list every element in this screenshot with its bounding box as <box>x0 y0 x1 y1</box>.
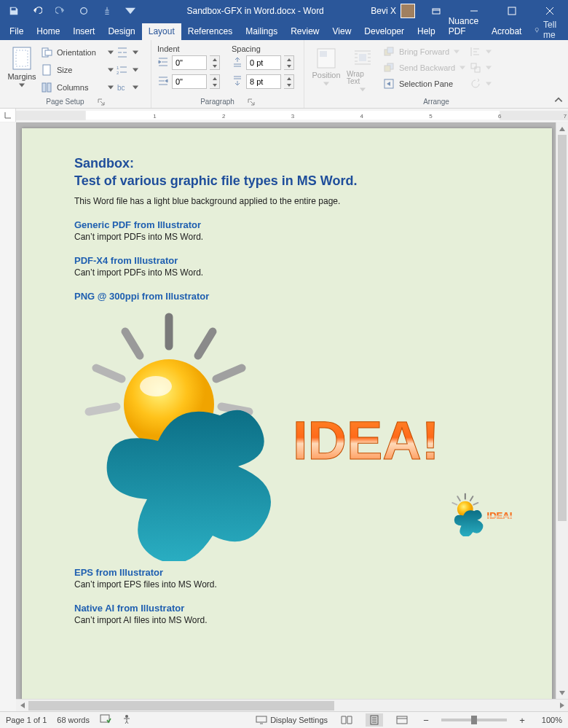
svg-rect-21 <box>384 66 390 71</box>
circle-icon[interactable] <box>74 2 93 20</box>
bring-forward-button: Bring Forward <box>383 44 465 59</box>
read-mode-button[interactable] <box>338 713 355 727</box>
space-after-input[interactable] <box>246 74 281 89</box>
send-backward-icon <box>383 62 395 74</box>
png-illustration[interactable]: IDEA! IDEA! <box>74 306 500 554</box>
web-layout-button[interactable] <box>393 713 411 727</box>
chevron-down-icon <box>19 82 25 88</box>
tab-selector[interactable] <box>0 109 16 122</box>
chevron-down-icon <box>486 65 492 71</box>
idea-text: IDEA! <box>293 410 439 471</box>
indent-left-input[interactable] <box>172 55 207 70</box>
document-title: Sandbox-GFX in Word.docx - Word <box>140 6 371 16</box>
bulb-icon <box>534 25 540 35</box>
user-avatar[interactable] <box>401 4 415 18</box>
position-label: Position <box>312 71 340 79</box>
position-button: Position <box>310 44 342 93</box>
user-name[interactable]: Bevi X <box>371 6 396 16</box>
tab-help[interactable]: Help <box>411 23 442 40</box>
spellcheck-icon[interactable] <box>100 714 111 726</box>
svg-text:2: 2 <box>222 113 226 120</box>
idea-graphic-large: IDEA! <box>74 306 489 561</box>
space-after-field[interactable] <box>232 74 294 90</box>
tab-view[interactable]: View <box>326 23 358 40</box>
tab-review[interactable]: Review <box>284 23 326 40</box>
spin-arrows[interactable] <box>284 55 294 70</box>
svg-text:4: 4 <box>360 113 364 120</box>
scroll-thumb[interactable] <box>558 135 567 521</box>
line-numbers-icon: 12 <box>117 64 128 76</box>
redo-icon[interactable] <box>51 2 70 20</box>
space-before-icon <box>232 56 243 70</box>
spin-arrows[interactable] <box>284 74 294 89</box>
margins-button[interactable]: Margins <box>6 43 38 95</box>
scroll-thumb[interactable] <box>28 701 334 711</box>
scroll-right-icon[interactable] <box>556 700 568 712</box>
paragraph-group-label: Paragraph <box>200 98 234 106</box>
display-settings-button[interactable]: Display Settings <box>256 716 328 724</box>
doc-title-1: Sandbox: <box>74 154 500 172</box>
dialog-launcher-icon[interactable] <box>98 98 105 106</box>
status-words[interactable]: 68 words <box>57 716 90 724</box>
align-icon <box>470 46 481 58</box>
qat-customize-icon[interactable] <box>121 2 140 20</box>
close-button[interactable] <box>533 0 567 22</box>
monitor-icon <box>256 716 267 724</box>
zoom-slider[interactable] <box>441 719 507 721</box>
tab-mailings[interactable]: Mailings <box>239 23 284 40</box>
selection-pane-label: Selection Pane <box>399 79 453 88</box>
document-viewport[interactable]: Sandbox: Test of various graphic file ty… <box>16 122 568 711</box>
space-before-input[interactable] <box>246 55 281 70</box>
spin-arrows[interactable] <box>210 74 220 89</box>
zoom-in-button[interactable]: + <box>517 715 527 726</box>
tab-references[interactable]: References <box>181 23 239 40</box>
save-icon[interactable] <box>4 2 23 20</box>
line-numbers-button[interactable]: 12 <box>117 62 138 78</box>
maximize-button[interactable] <box>495 0 529 22</box>
collapse-ribbon-icon[interactable] <box>553 95 564 105</box>
horizontal-ruler[interactable]: 123 4567 <box>0 109 568 122</box>
tab-acrobat[interactable]: Acrobat <box>485 23 528 40</box>
tab-layout[interactable]: Layout <box>142 23 181 40</box>
space-before-field[interactable] <box>232 55 294 71</box>
tab-nuance[interactable]: Nuance PDF <box>442 13 485 40</box>
columns-button[interactable]: Columns <box>41 79 114 95</box>
indent-left-field[interactable] <box>157 55 220 71</box>
status-page[interactable]: Page 1 of 1 <box>6 716 47 724</box>
selection-pane-button[interactable]: Selection Pane <box>383 77 465 91</box>
scroll-left-icon[interactable] <box>16 700 28 712</box>
svg-rect-24 <box>475 67 480 72</box>
zoom-out-button[interactable]: − <box>421 715 431 726</box>
indent-right-input[interactable] <box>172 74 207 89</box>
scroll-up-icon[interactable] <box>556 122 568 135</box>
hyphenation-icon: bc <box>117 82 128 93</box>
svg-line-45 <box>470 496 473 501</box>
tab-insert[interactable]: Insert <box>66 23 101 40</box>
tab-home[interactable]: Home <box>30 23 66 40</box>
breaks-button[interactable] <box>117 44 138 60</box>
svg-rect-2 <box>508 7 516 15</box>
vertical-ruler[interactable] <box>0 122 16 711</box>
touch-mode-icon[interactable] <box>98 2 117 20</box>
group-icon <box>470 62 481 74</box>
scroll-down-icon[interactable] <box>556 686 568 699</box>
svg-line-39 <box>89 407 117 412</box>
tab-file[interactable]: File <box>3 23 30 40</box>
tell-me-search[interactable]: Tell me <box>528 20 566 40</box>
accessibility-icon[interactable] <box>122 714 132 726</box>
indent-right-field[interactable] <box>157 74 220 90</box>
zoom-level[interactable]: 100% <box>537 716 562 724</box>
vertical-scrollbar[interactable] <box>556 122 568 699</box>
print-layout-button[interactable] <box>366 713 383 727</box>
tab-design[interactable]: Design <box>101 23 141 40</box>
tab-developer[interactable]: Developer <box>358 23 411 40</box>
page[interactable]: Sandbox: Test of various graphic file ty… <box>22 128 552 711</box>
undo-icon[interactable] <box>28 2 47 20</box>
orientation-button[interactable]: Orientation <box>41 44 114 60</box>
spin-arrows[interactable] <box>210 55 220 70</box>
horizontal-scrollbar[interactable] <box>16 699 568 711</box>
zoom-knob[interactable] <box>471 716 477 724</box>
dialog-launcher-icon[interactable] <box>248 98 255 106</box>
size-button[interactable]: Size <box>41 62 114 78</box>
hyphenation-button[interactable]: bc <box>117 79 138 95</box>
